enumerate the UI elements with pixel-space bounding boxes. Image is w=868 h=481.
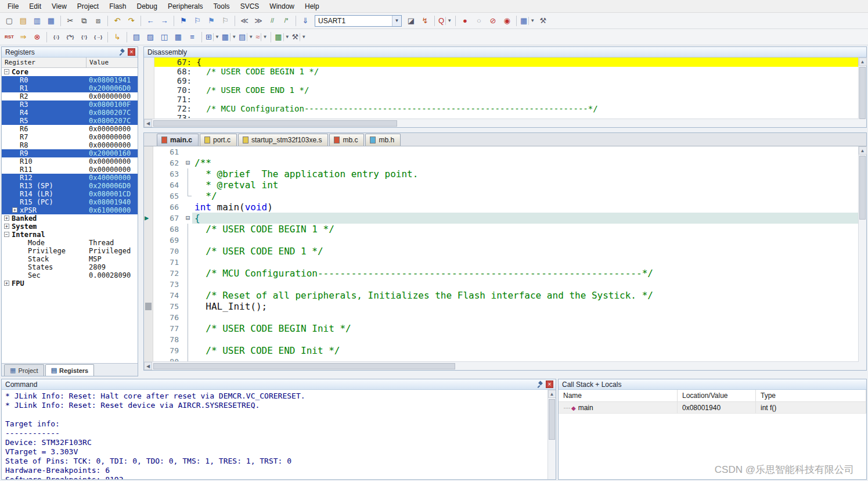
register-row[interactable]: +Banked [2,214,138,222]
editor-line[interactable]: 76 [144,312,858,323]
bookmark-toggle-icon[interactable]: ⚑ [177,15,190,27]
tree-expander-icon[interactable]: + [4,281,9,286]
code-text[interactable]: * @brief The application entry point. [192,168,858,180]
dropdown-arrow-icon[interactable]: ▼ [213,33,219,41]
code-text[interactable] [192,257,858,268]
insert-breakpoint-icon[interactable]: ● [459,15,471,27]
register-row[interactable]: +FPU [2,279,138,288]
dock-tab-project[interactable]: ▦Project [4,364,44,376]
serial-window-icon[interactable]: ▤▼ [238,31,254,44]
register-row[interactable]: R60x00000000 [2,125,138,133]
flash-download-icon[interactable]: ↯ [419,15,431,27]
editor-line[interactable]: 68 /* USER CODE BEGIN 1 */ [144,224,858,235]
fold-margin[interactable] [183,345,192,356]
register-row[interactable]: +xPSR0x61000000 [2,206,138,214]
open-folder-icon[interactable]: ▤ [17,15,30,27]
new-file-icon[interactable]: ▢ [3,15,16,27]
scroll-left-icon[interactable]: ◀ [144,119,152,127]
register-row[interactable]: R120x40000000 [2,174,138,182]
menu-peripherals[interactable]: Peripherals [163,1,208,12]
fold-margin[interactable] [183,235,192,246]
fold-margin[interactable] [183,191,192,202]
register-row[interactable]: R40x0800207C [2,109,138,117]
show-next-statement-icon[interactable]: ↳ [111,31,124,44]
disassembly-window-icon[interactable]: ▨ [144,31,157,44]
scrollbar-thumb[interactable] [549,399,555,440]
code-text[interactable]: int main(void) [192,202,858,213]
menu-window[interactable]: Window [264,1,300,12]
run-icon[interactable]: ⇒ [17,31,30,44]
register-row[interactable]: R70x00000000 [2,133,138,141]
menu-tools[interactable]: Tools [208,1,235,12]
fold-margin[interactable] [183,334,192,345]
command-output[interactable]: * JLink Info: Reset: Halt core after res… [2,390,556,479]
breakpoint-margin[interactable] [144,334,153,345]
fold-margin[interactable] [183,180,192,191]
tree-expander-icon[interactable]: + [12,207,17,213]
fold-margin[interactable] [183,323,192,334]
register-row[interactable]: StackMSP [2,255,138,263]
fold-margin[interactable]: ⊟ [183,213,192,224]
fold-margin[interactable] [183,257,192,268]
kill-all-breakpoints-icon[interactable]: ◉ [500,15,513,27]
breakpoint-margin[interactable] [144,168,153,180]
close-icon[interactable]: × [546,381,553,388]
close-icon[interactable]: × [128,48,135,56]
editor-line[interactable]: 78 [144,334,858,345]
menu-debug[interactable]: Debug [132,1,163,12]
options-for-target-icon[interactable]: ◪ [405,15,417,27]
run-to-cursor-icon[interactable]: {→} [92,31,105,44]
editor-line[interactable]: ▶67⊟{ [144,213,858,224]
call-stack-row[interactable]: ····◆main0x08001940int f() [559,402,866,414]
breakpoint-margin[interactable] [144,301,153,312]
breakpoint-margin[interactable] [144,146,153,157]
disassembly-line[interactable]: 72: /* MCU Configuration----------------… [154,104,858,113]
breakpoint-margin[interactable] [144,246,153,257]
start-stop-debug-icon[interactable]: Q▼ [438,15,452,27]
bookmark-next-icon[interactable]: ⚑ [205,15,218,27]
toolbox-icon[interactable]: ⚒▼ [291,31,307,44]
editor-line[interactable]: 77 /* USER CODE BEGIN Init */ [144,323,858,334]
fold-margin[interactable] [183,301,192,312]
scroll-left-icon[interactable]: ◀ [144,362,152,370]
copy-icon[interactable]: ⧉ [78,15,91,27]
breakpoint-margin[interactable] [144,356,153,361]
undo-icon[interactable]: ↶ [111,15,124,27]
breakpoint-margin[interactable] [144,279,153,290]
disassembly-line[interactable]: 69: [154,76,858,85]
register-row[interactable]: Sec0.00028090 [2,271,138,279]
register-row[interactable]: R10x200006D0 [2,84,138,92]
dropdown-arrow-icon[interactable]: ▼ [528,17,535,25]
code-text[interactable]: /** [192,157,858,168]
indent-icon[interactable]: ≫ [252,15,265,27]
tree-expander-icon[interactable]: − [4,232,9,237]
breakpoint-margin[interactable] [144,157,153,168]
bookmark-previous-icon[interactable]: ⚐ [191,15,204,27]
register-row[interactable]: ModeThread [2,239,138,247]
breakpoint-margin[interactable] [144,224,153,235]
scrollbar-thumb[interactable] [153,363,455,369]
breakpoint-margin[interactable] [144,191,153,202]
fold-margin[interactable] [183,290,192,301]
editor-line[interactable]: 74 /* Reset of all peripherals, Initiali… [144,290,858,301]
code-text[interactable]: /* USER CODE BEGIN Init */ [192,323,858,334]
register-row[interactable]: R00x08001941 [2,76,138,84]
symbol-window-icon[interactable]: ◫ [158,31,171,44]
command-vertical-scrollbar[interactable]: ▲ [548,390,556,479]
dropdown-arrow-icon[interactable]: ▼ [261,33,267,41]
code-text[interactable] [192,334,858,345]
code-text[interactable]: */ [192,191,858,202]
breakpoint-margin[interactable] [144,312,153,323]
editor-line[interactable]: 72 /* MCU Configuration-----------------… [144,268,858,279]
fold-margin[interactable] [183,312,192,323]
analysis-window-icon[interactable]: ≈▼ [255,31,268,44]
code-text[interactable]: /* MCU Configuration--------------------… [192,268,858,279]
column-register[interactable]: Register [2,58,87,67]
register-row[interactable]: R13 (SP)0x200006D0 [2,182,138,190]
menu-view[interactable]: View [46,1,72,12]
breakpoint-margin[interactable] [144,235,153,246]
code-text[interactable] [192,235,858,246]
pin-icon[interactable] [119,49,126,56]
code-text[interactable]: * @retval int [192,180,858,191]
column-value[interactable]: Value [87,58,138,67]
